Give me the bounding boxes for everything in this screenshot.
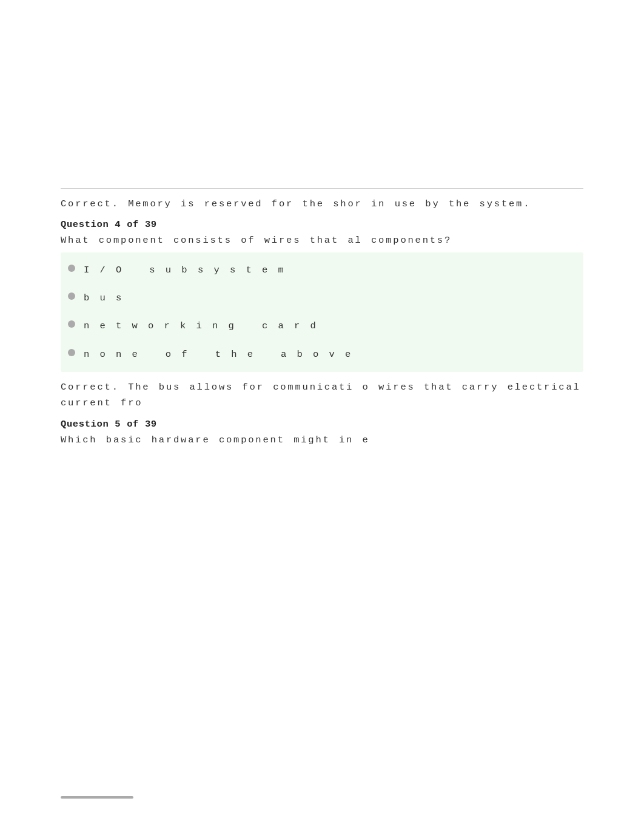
radio-d[interactable]: [68, 349, 75, 356]
answer-text-d: n o n e o f t h e a b o v e: [84, 347, 352, 362]
answer-option-c[interactable]: n e t w o r k i n g c a r d: [61, 312, 583, 340]
content-area: Correct. Memory is reserved for the shor…: [0, 188, 644, 448]
answer-text-b: b u s: [84, 290, 123, 306]
radio-c[interactable]: [68, 320, 75, 328]
answer-option-d[interactable]: n o n e o f t h e a b o v e: [61, 340, 583, 368]
answer-text-a: I / O s u b s y s t e m: [84, 262, 286, 278]
radio-a[interactable]: [68, 265, 75, 272]
top-spacer: [0, 0, 644, 188]
q5-question-text: Which basic hardware component might in …: [61, 432, 583, 448]
scrollbar-indicator: [61, 796, 133, 799]
answer-options-container: I / O s u b s y s t e m b u s n e t w o …: [61, 252, 583, 372]
q4-header: Question 4 of 39: [61, 219, 583, 230]
page-wrapper: Correct. Memory is reserved for the shor…: [0, 0, 644, 835]
q4-question-text: What component consists of wires that al…: [61, 232, 583, 248]
radio-b[interactable]: [68, 292, 75, 300]
answer-option-b[interactable]: b u s: [61, 284, 583, 312]
q4-feedback: Correct. The bus allows for communicati …: [61, 373, 583, 414]
answer-option-a[interactable]: I / O s u b s y s t e m: [61, 256, 583, 284]
q3-feedback: Correct. Memory is reserved for the shor…: [61, 188, 583, 217]
answer-text-c: n e t w o r k i n g c a r d: [84, 318, 318, 334]
q3-feedback-text: Correct. Memory is reserved for the shor…: [61, 198, 531, 209]
q5-header: Question 5 of 39: [61, 419, 583, 430]
